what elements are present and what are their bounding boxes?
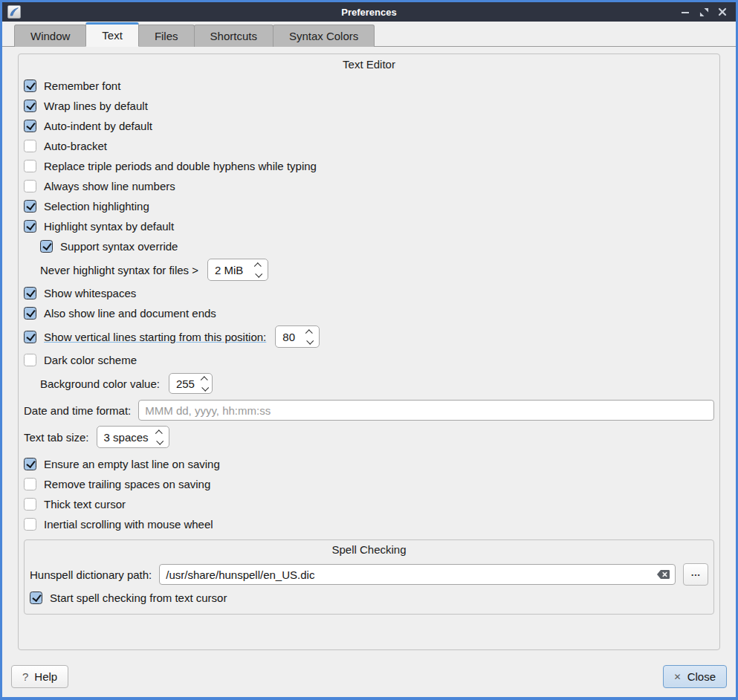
- datetime-format-input[interactable]: [138, 400, 714, 421]
- window-controls: [679, 6, 736, 18]
- option-row: Remove trailing spaces on saving: [24, 474, 714, 494]
- checkbox-replace-periods[interactable]: [24, 160, 36, 172]
- titlebar: Preferences: [2, 2, 736, 22]
- tab-size-spinbox[interactable]: 3 spaces: [97, 426, 169, 448]
- checkbox-wrap-lines[interactable]: [24, 100, 36, 112]
- chevron-up-icon[interactable]: [201, 376, 208, 383]
- restore-icon[interactable]: [698, 6, 710, 18]
- spell-checking-group: Spell Checking Hunspell dictionary path:…: [24, 539, 714, 615]
- option-label[interactable]: Replace triple periods and double hyphen…: [44, 160, 317, 172]
- tab-size-label: Text tab size:: [24, 431, 89, 444]
- hunspell-path-input[interactable]: [159, 564, 676, 585]
- checkbox-auto-indent[interactable]: [24, 120, 36, 132]
- option-label[interactable]: Thick text cursor: [44, 498, 126, 511]
- spinbox-value: 255: [176, 377, 195, 390]
- never-highlight-spinbox[interactable]: 2 MiB: [207, 259, 268, 281]
- help-button-label: Help: [34, 670, 57, 683]
- tab-syntax-colors[interactable]: Syntax Colors: [273, 25, 375, 47]
- tab-shortcuts[interactable]: Shortcuts: [194, 25, 273, 47]
- checkbox-inertial-scrolling[interactable]: [24, 518, 36, 531]
- tab-label: Files: [155, 30, 178, 42]
- checkbox-empty-last-line[interactable]: [24, 458, 36, 470]
- spinbox-value: 2 MiB: [215, 264, 243, 276]
- bg-color-row: Background color value: 255: [40, 370, 714, 397]
- bg-color-spinbox[interactable]: 255: [169, 373, 213, 394]
- vertical-lines-label[interactable]: Show vertical lines starting from this p…: [44, 331, 266, 343]
- checkbox-syntax-override[interactable]: [40, 240, 53, 253]
- option-label[interactable]: Dark color scheme: [44, 354, 137, 366]
- clear-text-icon[interactable]: [656, 569, 670, 580]
- chevron-up-icon[interactable]: [254, 262, 262, 270]
- option-row: Auto-indent by default: [24, 116, 714, 136]
- datetime-row: Date and time format:: [24, 397, 714, 424]
- close-window-icon[interactable]: [716, 6, 728, 18]
- text-editor-group: Text Editor Remember font Wrap lines by …: [18, 54, 720, 650]
- checkbox-line-numbers[interactable]: [24, 180, 36, 192]
- option-row: Replace triple periods and double hyphen…: [24, 156, 714, 176]
- tab-text[interactable]: Text: [85, 22, 139, 47]
- option-label[interactable]: Ensure an empty last line on saving: [44, 458, 220, 470]
- window-title: Preferences: [2, 7, 736, 18]
- checkbox-show-whitespaces[interactable]: [24, 287, 36, 299]
- option-label[interactable]: Auto-indent by default: [44, 120, 152, 132]
- hunspell-path-label: Hunspell dictionary path:: [30, 568, 152, 581]
- spinbox-arrows: [149, 430, 162, 444]
- option-label[interactable]: Start spell checking from text cursor: [50, 592, 227, 604]
- checkbox-remember-font[interactable]: [24, 80, 36, 92]
- close-x-icon: ✕: [674, 672, 682, 682]
- chevron-down-icon[interactable]: [201, 383, 209, 391]
- checkbox-auto-bracket[interactable]: [24, 140, 36, 152]
- option-row: Thick text cursor: [24, 494, 714, 514]
- option-label[interactable]: Always show line numbers: [44, 180, 175, 192]
- close-button-label: Close: [687, 670, 716, 683]
- checkbox-dark-scheme[interactable]: [24, 354, 36, 366]
- option-label[interactable]: Highlight syntax by default: [44, 220, 174, 233]
- tab-files[interactable]: Files: [138, 25, 195, 47]
- minimize-icon[interactable]: [679, 6, 691, 18]
- app-icon-tile: [7, 5, 21, 19]
- datetime-label: Date and time format:: [24, 404, 131, 417]
- dialog-footer: ? Help ✕ Close: [11, 665, 727, 688]
- checkbox-selection-highlighting[interactable]: [24, 200, 36, 213]
- vertical-lines-row: Show vertical lines starting from this p…: [24, 323, 714, 350]
- option-row: Dark color scheme: [24, 350, 714, 370]
- option-row: Support syntax override: [40, 236, 714, 256]
- option-label[interactable]: Show whitespaces: [44, 287, 136, 299]
- option-label[interactable]: Inertial scrolling with mouse wheel: [44, 518, 213, 531]
- tab-window[interactable]: Window: [14, 25, 86, 47]
- option-label[interactable]: Remove trailing spaces on saving: [44, 478, 210, 490]
- never-highlight-row: Never highlight syntax for files > 2 MiB: [40, 256, 714, 283]
- option-label[interactable]: Selection highlighting: [44, 200, 149, 213]
- hunspell-path-row: Hunspell dictionary path: …: [30, 561, 708, 588]
- browse-button[interactable]: …: [683, 563, 708, 586]
- spinbox-arrows: [195, 377, 207, 391]
- vertical-lines-spinbox[interactable]: 80: [275, 325, 320, 348]
- option-row: Show whitespaces: [24, 283, 714, 303]
- option-row: Auto-bracket: [24, 136, 714, 156]
- option-label[interactable]: Remember font: [44, 80, 120, 92]
- option-row: Start spell checking from text cursor: [30, 588, 708, 608]
- checkbox-show-ends[interactable]: [24, 307, 36, 320]
- spinbox-value: 80: [282, 331, 295, 343]
- bg-color-label: Background color value:: [40, 377, 160, 390]
- chevron-down-icon[interactable]: [307, 337, 314, 344]
- option-row: Highlight syntax by default: [24, 216, 714, 236]
- option-label[interactable]: Wrap lines by default: [44, 100, 148, 112]
- close-button[interactable]: ✕ Close: [663, 665, 727, 688]
- checkbox-highlight-syntax[interactable]: [24, 220, 36, 233]
- chevron-up-icon[interactable]: [305, 329, 313, 337]
- text-tab-pane: Text Editor Remember font Wrap lines by …: [2, 47, 736, 697]
- spinbox-arrows: [248, 263, 261, 277]
- checkbox-start-spell-cursor[interactable]: [30, 592, 42, 604]
- tab-label: Syntax Colors: [289, 30, 358, 42]
- checkbox-thick-cursor[interactable]: [24, 498, 36, 511]
- checkbox-vertical-lines[interactable]: [24, 331, 36, 343]
- help-button[interactable]: ? Help: [11, 665, 68, 688]
- option-label[interactable]: Support syntax override: [60, 240, 178, 253]
- option-label[interactable]: Also show line and document ends: [44, 307, 216, 320]
- chevron-down-icon[interactable]: [156, 437, 164, 444]
- chevron-down-icon[interactable]: [255, 270, 262, 277]
- option-label[interactable]: Auto-bracket: [44, 140, 107, 152]
- chevron-up-icon[interactable]: [155, 430, 162, 437]
- checkbox-remove-trailing-spaces[interactable]: [24, 478, 36, 490]
